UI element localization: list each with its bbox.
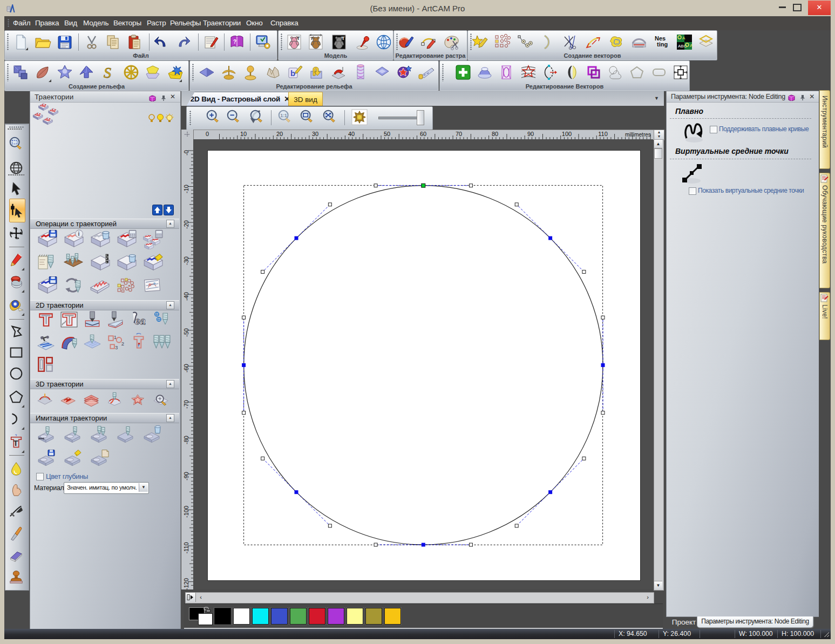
svg-text:T: T (13, 438, 18, 448)
svg-text:b: b (290, 69, 295, 78)
svg-text:ea: ea (135, 316, 146, 327)
svg-text:A: A (690, 43, 693, 48)
svg-text:S: S (104, 64, 111, 81)
svg-text:T: T (342, 36, 345, 41)
svg-text:ting: ting (657, 41, 668, 48)
svg-text:A: A (682, 36, 685, 40)
svg-text:1:1: 1:1 (281, 113, 287, 118)
svg-text:i: i (78, 231, 79, 237)
svg-text:T: T (297, 36, 300, 41)
svg-text:2: 2 (121, 341, 124, 347)
svg-text:T: T (310, 36, 313, 41)
svg-text:?: ? (233, 39, 236, 45)
svg-text:3: 3 (115, 344, 118, 350)
